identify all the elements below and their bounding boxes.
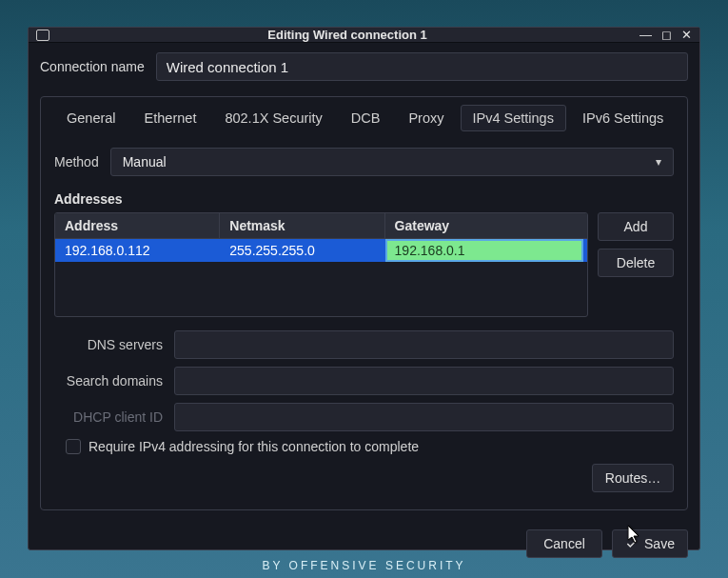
add-button[interactable]: Add [598, 212, 674, 241]
close-icon[interactable]: ✕ [681, 29, 692, 41]
tab-ipv4[interactable]: IPv4 Settings [461, 105, 566, 131]
cell-netmask[interactable]: 255.255.255.0 [220, 239, 384, 262]
col-address[interactable]: Address [55, 213, 220, 238]
dhcp-client-id-label: DHCP client ID [54, 409, 174, 425]
cell-gateway[interactable] [385, 239, 587, 262]
method-label: Method [54, 154, 99, 169]
search-domains-input[interactable] [174, 367, 674, 395]
ipv4-panel: Method Manual ▾ Addresses Address Netmas… [49, 140, 679, 498]
app-icon [36, 30, 49, 41]
check-icon [625, 537, 639, 550]
connection-name-input[interactable] [156, 52, 688, 81]
minimize-icon[interactable]: — [639, 29, 652, 41]
save-button[interactable]: Save [612, 529, 688, 558]
method-value: Manual [123, 154, 167, 169]
method-select[interactable]: Manual ▾ [110, 148, 674, 176]
require-ipv4-checkbox[interactable] [66, 439, 81, 454]
tab-general[interactable]: General [54, 105, 128, 131]
tab-ethernet[interactable]: Ethernet [132, 105, 209, 131]
table-row[interactable]: 192.168.0.112 255.255.255.0 [55, 239, 587, 262]
delete-button[interactable]: Delete [598, 249, 674, 277]
save-label: Save [644, 536, 675, 551]
gateway-input[interactable] [385, 239, 583, 262]
chevron-down-icon: ▾ [656, 155, 661, 169]
tab-proxy[interactable]: Proxy [396, 105, 456, 131]
window-title: Editing Wired connection 1 [55, 28, 639, 42]
col-netmask[interactable]: Netmask [220, 213, 384, 238]
tabs-container: General Ethernet 802.1X Security DCB Pro… [40, 96, 688, 510]
table-header: Address Netmask Gateway [55, 213, 587, 239]
network-editor-dialog: Editing Wired connection 1 — ◻ ✕ Connect… [28, 27, 700, 550]
connection-name-label: Connection name [40, 59, 145, 74]
cancel-button[interactable]: Cancel [526, 529, 602, 558]
addresses-label: Addresses [54, 191, 674, 207]
dns-input[interactable] [174, 330, 674, 359]
dhcp-client-id-input [174, 403, 674, 431]
titlebar[interactable]: Editing Wired connection 1 — ◻ ✕ [29, 28, 699, 43]
search-domains-label: Search domains [54, 373, 174, 389]
require-ipv4-label: Require IPv4 addressing for this connect… [89, 439, 419, 454]
routes-button[interactable]: Routes… [592, 464, 674, 492]
tab-8021x[interactable]: 802.1X Security [212, 105, 334, 131]
tab-row: General Ethernet 802.1X Security DCB Pro… [49, 105, 679, 140]
tab-ipv6[interactable]: IPv6 Settings [570, 105, 676, 131]
dns-label: DNS servers [54, 337, 174, 352]
addresses-table[interactable]: Address Netmask Gateway 192.168.0.112 25… [54, 212, 588, 317]
cell-address[interactable]: 192.168.0.112 [55, 239, 220, 262]
col-gateway[interactable]: Gateway [385, 213, 587, 238]
maximize-icon[interactable]: ◻ [661, 29, 672, 41]
tab-dcb[interactable]: DCB [339, 105, 393, 131]
background-branding: BY OFFENSIVE SECURITY [0, 559, 728, 572]
